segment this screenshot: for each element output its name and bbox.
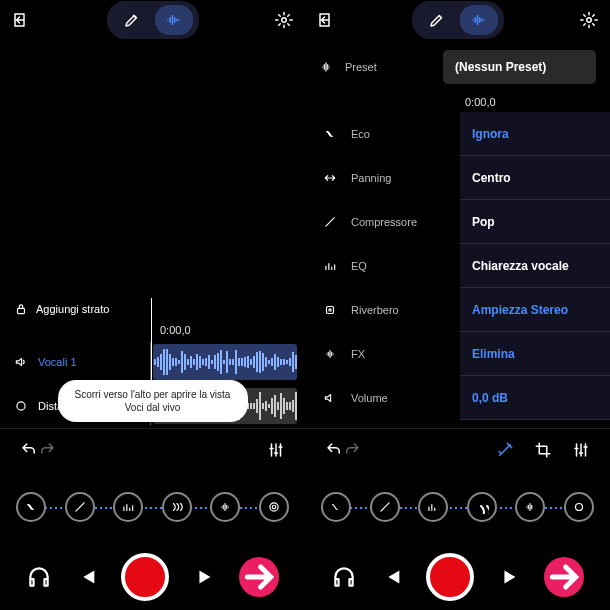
fx-list: EcoIgnoraPanningCentroCompressorePopEQCh… [305, 112, 610, 428]
fx-name-label: Panning [351, 172, 391, 184]
export-icon[interactable] [317, 11, 335, 29]
fx-item[interactable]: PanningCentro [305, 156, 610, 200]
fx-value[interactable]: Ampiezza Stereo [460, 288, 610, 332]
playhead[interactable] [151, 298, 152, 386]
record-button[interactable] [121, 553, 169, 601]
fx-item[interactable]: EQChiarezza vocale [305, 244, 610, 288]
waveform-icon [165, 11, 183, 29]
skip-back-icon[interactable] [381, 566, 403, 588]
preset-label: Preset [345, 61, 377, 73]
svg-point-7 [329, 309, 331, 311]
svg-point-0 [282, 18, 287, 23]
headphones-icon[interactable] [26, 564, 52, 590]
waveform-clip[interactable] [153, 344, 297, 380]
add-layer-label: Aggiungi strato [36, 303, 109, 315]
redo-icon[interactable] [38, 441, 56, 459]
fx-node[interactable] [467, 492, 497, 522]
fx-value[interactable]: Centro [460, 156, 610, 200]
fx-name-label: Compressore [351, 216, 417, 228]
track-row[interactable]: Vocali 1 [0, 340, 305, 384]
fx-node-comp[interactable] [113, 492, 143, 522]
left-panel: Aggiungi strato 0:00,0 Vocali 1 Distanza… [0, 0, 305, 610]
fx-node-eq[interactable] [162, 492, 192, 522]
track-area: Aggiungi strato 0:00,0 Vocali 1 Distanza… [0, 40, 305, 470]
fx-item[interactable]: Volume0,0 dB [305, 376, 610, 420]
undo-icon[interactable] [20, 441, 38, 459]
right-panel: Preset (Nessun Preset) 0:00,0 EcoIgnoraP… [305, 0, 610, 610]
speaker-icon[interactable] [14, 355, 28, 369]
edit-mode-button[interactable] [113, 5, 151, 35]
fx-value[interactable]: Ignora [460, 112, 610, 156]
toolstrip [305, 428, 610, 470]
fx-name-label: EQ [351, 260, 367, 272]
fx-node[interactable] [418, 492, 448, 522]
timeline-time: 0:00,0 [305, 94, 610, 112]
fx-row-icon [323, 303, 337, 317]
audio-mode-button[interactable] [155, 5, 193, 35]
circle-icon[interactable] [14, 399, 28, 413]
topbar [305, 0, 610, 40]
svg-rect-1 [18, 308, 25, 313]
fx-row-icon [323, 259, 337, 273]
play-icon[interactable] [193, 566, 215, 588]
preset-select[interactable]: (Nessun Preset) [443, 50, 596, 84]
track-name: Vocali 1 [38, 356, 77, 368]
skip-back-icon[interactable] [76, 566, 98, 588]
transport-bar [305, 544, 610, 610]
mode-toggle [107, 1, 199, 39]
sliders-icon[interactable] [572, 441, 590, 459]
pen-icon [428, 11, 446, 29]
timeline-time: 0:00,0 [0, 322, 305, 340]
add-layer-row[interactable]: Aggiungi strato [0, 296, 305, 322]
lock-icon [14, 302, 28, 316]
fx-item[interactable]: CompressorePop [305, 200, 610, 244]
eq-icon [121, 500, 135, 514]
fx-icon [218, 500, 232, 514]
fx-chain [0, 470, 305, 544]
fx-node[interactable] [370, 492, 400, 522]
fx-node-pan[interactable] [65, 492, 95, 522]
edit-mode-button[interactable] [418, 5, 456, 35]
eco-icon [24, 500, 38, 514]
fx-item[interactable]: EcoIgnora [305, 112, 610, 156]
spiral-icon [267, 500, 281, 514]
record-button[interactable] [426, 553, 474, 601]
next-button[interactable] [544, 557, 584, 597]
fx-node[interactable] [515, 492, 545, 522]
fx-row-icon [323, 127, 337, 141]
svg-point-4 [272, 505, 276, 509]
fx-value[interactable]: Pop [460, 200, 610, 244]
fx-node-eco[interactable] [16, 492, 46, 522]
crop-icon[interactable] [534, 441, 552, 459]
fx-value[interactable]: Elimina [460, 332, 610, 376]
audio-mode-button[interactable] [460, 5, 498, 35]
wand-icon[interactable] [496, 441, 514, 459]
fx-chain [305, 470, 610, 544]
svg-point-2 [17, 402, 25, 410]
fx-row-icon [323, 215, 337, 229]
sliders-icon[interactable] [267, 441, 285, 459]
next-button[interactable] [239, 557, 279, 597]
fx-node[interactable] [321, 492, 351, 522]
settings-icon[interactable] [275, 11, 293, 29]
toolstrip: Scorri verso l'alto per aprire la vista … [0, 428, 305, 470]
headphones-icon[interactable] [331, 564, 357, 590]
fx-row-icon [323, 391, 337, 405]
fx-item[interactable]: RiverberoAmpiezza Stereo [305, 288, 610, 332]
fx-item[interactable]: FXElimina [305, 332, 610, 376]
mode-toggle [412, 1, 504, 39]
undo-icon[interactable] [325, 441, 343, 459]
fx-value[interactable]: 0,0 dB [460, 376, 610, 420]
svg-point-8 [575, 504, 582, 511]
svg-point-5 [587, 18, 592, 23]
transport-bar [0, 544, 305, 610]
fx-name-label: Volume [351, 392, 388, 404]
play-icon[interactable] [498, 566, 520, 588]
fx-node-reverb[interactable] [210, 492, 240, 522]
redo-icon[interactable] [343, 441, 361, 459]
fx-node-fx[interactable] [259, 492, 289, 522]
fx-node[interactable] [564, 492, 594, 522]
settings-icon[interactable] [580, 11, 598, 29]
fx-value[interactable]: Chiarezza vocale [460, 244, 610, 288]
export-icon[interactable] [12, 11, 30, 29]
